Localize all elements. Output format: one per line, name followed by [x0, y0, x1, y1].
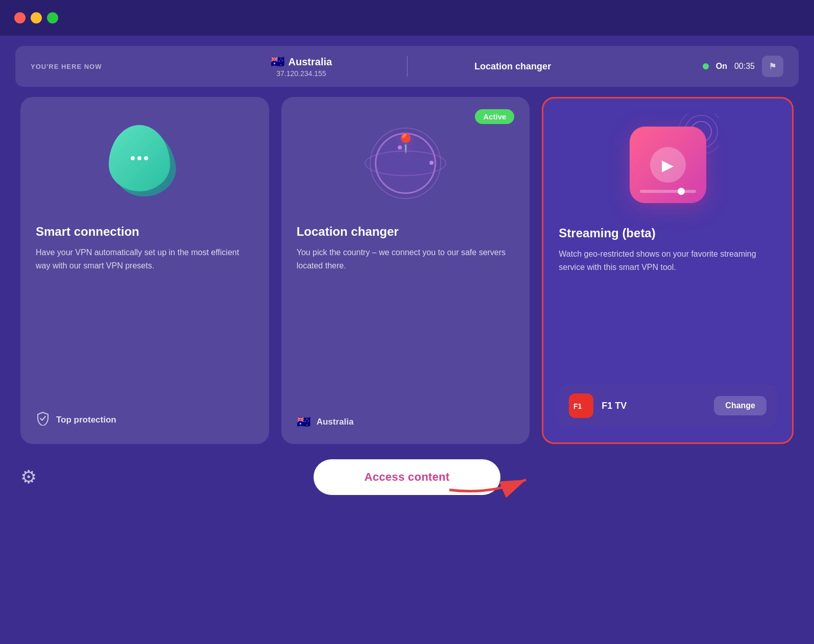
progress-dot: [678, 188, 685, 195]
maximize-button[interactable]: [47, 12, 58, 23]
location-changer-footer-label: Australia: [317, 417, 354, 427]
location-info: 🇦🇺 Australia 37.120.234.155: [211, 55, 391, 78]
smart-connection-title: Smart connection: [36, 225, 254, 239]
change-service-button[interactable]: Change: [714, 396, 767, 415]
location-changer-title: Location changer: [297, 225, 515, 239]
status-bar: YOU'RE HERE NOW 🇦🇺 Australia 37.120.234.…: [15, 46, 799, 87]
smart-connection-footer: Top protection: [36, 411, 254, 429]
streaming-card[interactable]: ▶ Streaming (beta) Watch geo-restricted …: [542, 97, 794, 444]
svg-point-2: [144, 156, 148, 160]
flag-button[interactable]: ⚑: [762, 56, 783, 77]
location-changer-footer: 🇦🇺 Australia: [297, 415, 515, 429]
globe-ring-equator: [365, 151, 446, 176]
f1-logo-icon: F1: [572, 401, 590, 411]
current-country: 🇦🇺 Australia: [271, 55, 332, 68]
location-changer-icon-area: 📍: [297, 112, 515, 214]
globe-dot-2: [429, 161, 434, 165]
cards-container: Smart connection Have your VPN automatic…: [0, 97, 814, 444]
streaming-service-row: F1 F1 TV Change: [559, 384, 777, 427]
streaming-desc: Watch geo-restricted shows on your favor…: [559, 247, 777, 384]
divider: [407, 56, 408, 77]
progress-bar: [640, 190, 696, 193]
status-right: On 00:35 ⚑: [603, 56, 783, 77]
streaming-title: Streaming (beta): [559, 226, 777, 240]
traffic-lights: [14, 12, 58, 23]
titlebar: [0, 0, 814, 36]
location-pin-icon: 📍: [394, 133, 417, 154]
status-indicator: [703, 63, 709, 69]
close-button[interactable]: [14, 12, 26, 23]
session-timer: 00:35: [734, 62, 755, 71]
shield-check-icon: [36, 411, 50, 429]
streaming-icon: ▶: [622, 119, 714, 211]
country-flag: 🇦🇺: [271, 55, 284, 68]
smart-connection-footer-label: Top protection: [56, 415, 116, 425]
shield-dots-icon: [127, 145, 152, 171]
location-changer-card[interactable]: Active 📍 Location changer You pick the c…: [281, 97, 530, 444]
location-changer-header-label: Location changer: [423, 61, 603, 72]
country-name: Australia: [289, 56, 332, 68]
smart-connection-card[interactable]: Smart connection Have your VPN automatic…: [20, 97, 269, 444]
settings-icon[interactable]: ⚙: [20, 466, 37, 488]
svg-point-1: [137, 156, 141, 160]
vpn-status-label: On: [716, 62, 727, 71]
shield-front: [109, 125, 170, 191]
svg-point-0: [131, 156, 135, 160]
smart-connection-desc: Have your VPN automatically set up in th…: [36, 246, 254, 396]
play-button-icon: ▶: [650, 147, 686, 183]
smart-connection-icon: [104, 122, 185, 204]
streaming-icon-area: ▶: [559, 114, 777, 216]
location-changer-icon: 📍: [365, 122, 446, 204]
access-content-button[interactable]: Access content: [314, 459, 501, 495]
f1-tv-icon: F1: [569, 393, 593, 418]
smart-connection-icon-area: [36, 112, 254, 214]
bottom-bar: ⚙ Access content: [0, 449, 814, 505]
location-changer-desc: You pick the country – we connect you to…: [297, 246, 515, 400]
streaming-device-icon: ▶: [630, 127, 706, 203]
minimize-button[interactable]: [31, 12, 42, 23]
svg-text:F1: F1: [573, 402, 582, 410]
shield-icon: [36, 411, 50, 426]
streaming-service-label: F1 TV: [602, 401, 706, 411]
ip-address: 37.120.234.155: [276, 69, 326, 78]
you-are-here-label: YOU'RE HERE NOW: [31, 63, 211, 70]
footer-country-flag: 🇦🇺: [297, 415, 310, 429]
